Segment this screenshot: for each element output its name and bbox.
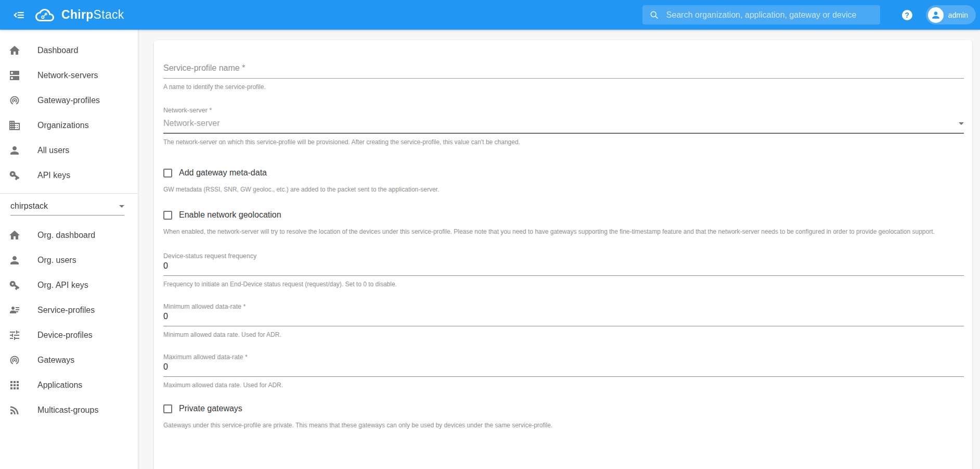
- create-service-profile-card: A name to identify the service-profile. …: [154, 40, 972, 469]
- field-helper-text: The network-server on which this service…: [163, 137, 964, 147]
- global-nav: Dashboard Network-servers Gateway-profil…: [0, 30, 138, 188]
- sidebar-item-organizations[interactable]: Organizations: [0, 113, 138, 138]
- user-menu-button[interactable]: admin: [926, 5, 976, 24]
- sidebar-item-network-servers[interactable]: Network-servers: [0, 63, 138, 88]
- add-gateway-metadata-checkbox-row[interactable]: Add gateway meta-data: [163, 168, 964, 178]
- sidebar-item-gateways[interactable]: Gateways: [0, 348, 138, 373]
- person-icon: [931, 10, 941, 20]
- apps-grid-icon: [8, 379, 21, 391]
- sidebar-item-multicast-groups[interactable]: Multicast-groups: [0, 398, 138, 423]
- sidebar-item-label: All users: [37, 146, 69, 155]
- field-helper-text: Gateways under this service-profile are …: [163, 421, 964, 430]
- sidebar-item-label: Device-profiles: [37, 331, 93, 340]
- minimum-data-rate-field: Minimum allowed data-rate * Minimum allo…: [163, 303, 964, 340]
- sidebar-item-label: Multicast-groups: [37, 405, 98, 415]
- add-gateway-metadata-field: Add gateway meta-data GW metadata (RSSI,…: [163, 168, 964, 195]
- field-helper-text: Minimum allowed data rate. Used for ADR.: [163, 330, 964, 340]
- home-icon: [8, 44, 21, 57]
- sidebar-item-label: Org. API keys: [37, 281, 88, 290]
- field-label: Network-server *: [163, 107, 964, 114]
- network-geolocation-field: Enable network geolocation When enabled,…: [163, 210, 964, 237]
- field-label: Device-status request frequency: [163, 252, 964, 260]
- sidebar-divider: [0, 193, 138, 194]
- wifi-tethering-icon: [8, 94, 21, 107]
- wifi-tethering-icon: [8, 354, 21, 366]
- person-icon: [8, 144, 21, 157]
- sidebar-item-api-keys[interactable]: API keys: [0, 163, 138, 188]
- field-helper-text: A name to identify the service-profile.: [163, 82, 964, 92]
- checkbox-unchecked[interactable]: [163, 211, 172, 220]
- device-status-request-frequency-field: Device-status request frequency Frequenc…: [163, 252, 964, 289]
- key-icon: [8, 279, 21, 291]
- organization-selector-value: chirpstack: [10, 201, 48, 211]
- field-helper-text: GW metadata (RSSI, SNR, GW geoloc., etc.…: [163, 185, 964, 195]
- sidebar-item-device-profiles[interactable]: Device-profiles: [0, 323, 138, 348]
- chevron-down-icon: [119, 205, 124, 208]
- field-helper-text: Maximum allowed data rate. Used for ADR.: [163, 381, 964, 390]
- sidebar-item-label: Service-profiles: [37, 306, 95, 315]
- chevron-down-icon: [959, 122, 964, 125]
- avatar: [928, 7, 944, 23]
- sidebar-item-org-users[interactable]: Org. users: [0, 248, 138, 273]
- field-helper-text: Frequency to initiate an End-Device stat…: [163, 280, 964, 289]
- sidebar-item-org-api-keys[interactable]: Org. API keys: [0, 273, 138, 298]
- sidebar-item-dashboard[interactable]: Dashboard: [0, 38, 138, 63]
- key-icon: [8, 169, 21, 182]
- global-search[interactable]: [642, 5, 880, 24]
- servers-icon: [8, 69, 21, 82]
- brand-title: ChirpStack: [61, 8, 124, 22]
- organization-icon: [8, 119, 21, 132]
- sidebar-item-label: Organizations: [37, 121, 89, 130]
- checkbox-label: Add gateway meta-data: [179, 168, 267, 178]
- minimum-data-rate-input[interactable]: [163, 310, 964, 326]
- home-icon: [8, 229, 21, 242]
- field-helper-text: When enabled, the network-server will tr…: [163, 227, 964, 237]
- device-status-request-frequency-input[interactable]: [163, 260, 964, 276]
- checkbox-unchecked[interactable]: [163, 404, 172, 413]
- tune-icon: [8, 329, 21, 341]
- sidebar-item-label: Org. users: [37, 256, 76, 265]
- search-input[interactable]: [665, 10, 873, 20]
- rss-icon: [8, 404, 21, 416]
- organization-selector[interactable]: chirpstack: [10, 201, 124, 216]
- sidebar-item-label: Applications: [37, 381, 82, 390]
- sidebar-item-service-profiles[interactable]: Service-profiles: [0, 298, 138, 323]
- network-server-select[interactable]: Network-server: [163, 119, 964, 134]
- sidebar-item-gateway-profiles[interactable]: Gateway-profiles: [0, 88, 138, 113]
- checkbox-label: Private gateways: [179, 404, 242, 413]
- sidebar-item-label: API keys: [37, 171, 70, 180]
- service-profile-name-input[interactable]: [163, 64, 964, 79]
- help-icon[interactable]: ?: [902, 10, 912, 20]
- main-content: Service-profiles / Create A name to iden…: [138, 0, 980, 469]
- username-label: admin: [948, 11, 968, 19]
- person-icon: [8, 254, 21, 267]
- profile-list-icon: [8, 304, 21, 316]
- sidebar-item-applications[interactable]: Applications: [0, 373, 138, 398]
- menu-collapse-icon[interactable]: [11, 8, 26, 22]
- maximum-data-rate-input[interactable]: [163, 361, 964, 377]
- private-gateways-checkbox-row[interactable]: Private gateways: [163, 404, 964, 413]
- private-gateways-field: Private gateways Gateways under this ser…: [163, 404, 964, 430]
- select-placeholder: Network-server: [163, 119, 220, 128]
- sidebar-item-all-users[interactable]: All users: [0, 138, 138, 163]
- field-label: Maximum allowed data-rate *: [163, 353, 964, 361]
- sidebar-item-label: Org. dashboard: [37, 231, 95, 240]
- network-server-field: Network-server * Network-server The netw…: [163, 107, 964, 147]
- sidebar-item-label: Gateway-profiles: [37, 96, 100, 105]
- checkbox-unchecked[interactable]: [163, 169, 172, 178]
- chirpstack-logo[interactable]: ChirpStack: [33, 6, 124, 24]
- service-profile-name-field: A name to identify the service-profile.: [163, 64, 964, 92]
- field-label: Minimum allowed data-rate *: [163, 303, 964, 310]
- sidebar-item-label: Network-servers: [37, 71, 98, 80]
- sidebar-item-org-dashboard[interactable]: Org. dashboard: [0, 223, 138, 248]
- checkbox-label: Enable network geolocation: [179, 210, 281, 220]
- sidebar-item-label: Gateways: [37, 356, 74, 365]
- app-bar: ChirpStack ? admin: [0, 0, 980, 30]
- network-geolocation-checkbox-row[interactable]: Enable network geolocation: [163, 210, 964, 220]
- cloud-logo-icon: [33, 6, 57, 24]
- maximum-data-rate-field: Maximum allowed data-rate * Maximum allo…: [163, 353, 964, 390]
- organization-nav: Org. dashboard Org. users Org. API keys: [0, 216, 138, 423]
- sidebar: Dashboard Network-servers Gateway-profil…: [0, 30, 138, 469]
- sidebar-item-label: Dashboard: [37, 46, 78, 55]
- search-icon: [649, 10, 660, 20]
